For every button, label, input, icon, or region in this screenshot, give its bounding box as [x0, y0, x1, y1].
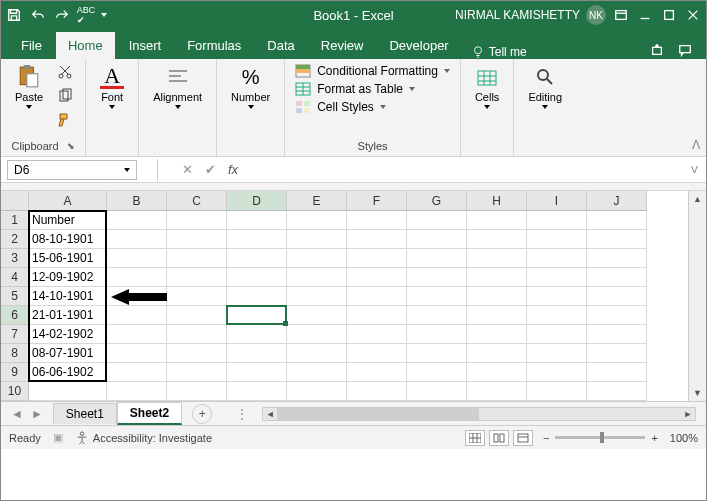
scroll-right-icon[interactable]: ► — [681, 409, 695, 419]
cell[interactable] — [467, 382, 527, 401]
row-header[interactable]: 5 — [1, 287, 29, 306]
add-sheet-button[interactable]: + — [192, 404, 212, 424]
cell[interactable] — [347, 382, 407, 401]
cut-icon[interactable] — [55, 63, 75, 81]
cell[interactable] — [587, 211, 647, 230]
cell[interactable] — [407, 344, 467, 363]
row-header[interactable]: 2 — [1, 230, 29, 249]
col-header[interactable]: J — [587, 191, 647, 211]
cell[interactable] — [107, 249, 167, 268]
conditional-formatting-button[interactable]: Conditional Formatting — [295, 63, 450, 79]
cell[interactable] — [227, 325, 287, 344]
cells-button[interactable]: Cells — [471, 63, 503, 111]
undo-icon[interactable] — [29, 6, 47, 24]
cell[interactable] — [587, 249, 647, 268]
scroll-left-icon[interactable]: ◄ — [263, 409, 277, 419]
cell[interactable] — [527, 363, 587, 382]
cell[interactable] — [29, 382, 107, 401]
cell[interactable] — [467, 211, 527, 230]
col-header[interactable]: C — [167, 191, 227, 211]
next-sheet-icon[interactable]: ► — [31, 407, 43, 421]
maximize-icon[interactable] — [660, 6, 678, 24]
cell[interactable] — [167, 344, 227, 363]
cell[interactable] — [107, 287, 167, 306]
cell[interactable] — [467, 268, 527, 287]
qat-customize-icon[interactable] — [101, 13, 107, 17]
share-icon[interactable] — [648, 41, 666, 59]
col-header[interactable]: F — [347, 191, 407, 211]
cell[interactable] — [167, 287, 227, 306]
cell[interactable] — [587, 363, 647, 382]
cell[interactable] — [227, 306, 287, 325]
row-header[interactable]: 7 — [1, 325, 29, 344]
cell[interactable] — [347, 268, 407, 287]
zoom-in-icon[interactable]: + — [651, 432, 657, 444]
accessibility-status[interactable]: Accessibility: Investigate — [93, 432, 212, 444]
cell[interactable] — [407, 230, 467, 249]
sheet-tab[interactable]: Sheet2 — [117, 402, 182, 425]
spreadsheet-grid[interactable]: A B C D E F G H I J 1 2 3 4 5 6 7 8 9 10 — [1, 191, 706, 401]
row-header[interactable]: 6 — [1, 306, 29, 325]
cell[interactable] — [167, 211, 227, 230]
macro-record-icon[interactable]: ▣ — [53, 431, 63, 444]
chevron-down-icon[interactable] — [124, 168, 130, 172]
cell[interactable] — [587, 382, 647, 401]
cell[interactable] — [407, 287, 467, 306]
cell[interactable]: 06-06-1902 — [29, 363, 107, 382]
collapse-ribbon-icon[interactable]: ᐱ — [692, 138, 700, 152]
col-header[interactable]: E — [287, 191, 347, 211]
cell[interactable] — [407, 211, 467, 230]
format-as-table-button[interactable]: Format as Table — [295, 81, 450, 97]
cell[interactable]: 15-06-1901 — [29, 249, 107, 268]
cell[interactable] — [107, 268, 167, 287]
row-header[interactable]: 3 — [1, 249, 29, 268]
page-layout-view-icon[interactable] — [489, 430, 509, 446]
cell[interactable] — [287, 268, 347, 287]
zoom-out-icon[interactable]: − — [543, 432, 549, 444]
select-all-corner[interactable] — [1, 191, 29, 211]
cell[interactable] — [527, 211, 587, 230]
cell[interactable] — [527, 249, 587, 268]
cell[interactable] — [227, 249, 287, 268]
cell[interactable] — [227, 268, 287, 287]
cell[interactable] — [227, 230, 287, 249]
expand-formula-icon[interactable]: ᐯ — [683, 164, 706, 175]
name-box[interactable]: D6 — [7, 160, 137, 180]
comments-icon[interactable] — [676, 41, 694, 59]
cell[interactable] — [287, 325, 347, 344]
tab-file[interactable]: File — [9, 32, 54, 59]
scroll-up-icon[interactable]: ▲ — [689, 191, 706, 207]
cell[interactable] — [347, 344, 407, 363]
cell[interactable] — [107, 325, 167, 344]
cell[interactable] — [347, 306, 407, 325]
cell[interactable] — [467, 306, 527, 325]
tab-review[interactable]: Review — [309, 32, 376, 59]
alignment-button[interactable]: Alignment — [149, 63, 206, 111]
cell[interactable] — [527, 306, 587, 325]
row-header[interactable]: 9 — [1, 363, 29, 382]
cell[interactable] — [407, 325, 467, 344]
cell[interactable] — [347, 230, 407, 249]
cell[interactable] — [527, 344, 587, 363]
cell[interactable] — [227, 287, 287, 306]
cell[interactable] — [167, 249, 227, 268]
cell[interactable] — [167, 268, 227, 287]
cell[interactable] — [467, 344, 527, 363]
cell[interactable] — [587, 230, 647, 249]
cell[interactable] — [407, 382, 467, 401]
cell[interactable] — [287, 306, 347, 325]
cell[interactable] — [107, 306, 167, 325]
save-icon[interactable] — [5, 6, 23, 24]
sheet-tab[interactable]: Sheet1 — [53, 403, 117, 424]
row-header[interactable]: 8 — [1, 344, 29, 363]
cell[interactable] — [227, 363, 287, 382]
cell[interactable] — [407, 268, 467, 287]
cell[interactable]: 21-01-1901 — [29, 306, 107, 325]
tab-developer[interactable]: Developer — [377, 32, 460, 59]
cell[interactable] — [107, 211, 167, 230]
ribbon-display-icon[interactable] — [612, 6, 630, 24]
fx-icon[interactable]: fx — [228, 162, 238, 177]
cell[interactable] — [467, 363, 527, 382]
cell[interactable] — [467, 230, 527, 249]
cell[interactable] — [587, 306, 647, 325]
